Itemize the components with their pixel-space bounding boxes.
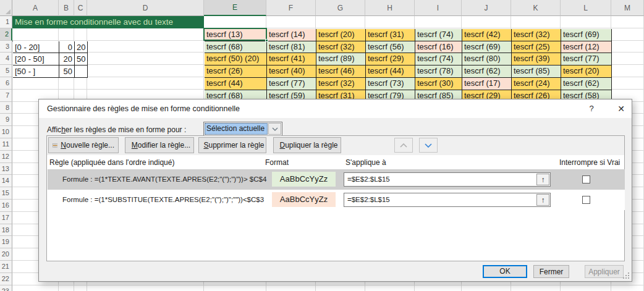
column-header-L[interactable]: L bbox=[561, 0, 611, 16]
cell-K5[interactable]: tescrf (85) bbox=[512, 65, 561, 78]
row-header-5[interactable]: 5 bbox=[0, 65, 12, 77]
applies-to-input[interactable]: =$E$2:$L$15↑ bbox=[344, 193, 551, 207]
fill-handle[interactable] bbox=[265, 39, 268, 42]
dialog-titlebar[interactable]: Gestionnaire des règles de mise en forme… bbox=[39, 99, 632, 118]
cell-C5[interactable] bbox=[75, 65, 88, 78]
row-header-17[interactable]: 17 bbox=[0, 212, 12, 224]
cell-H5[interactable]: tescrf (44) bbox=[366, 65, 415, 78]
cell-I5[interactable]: tescrf (78) bbox=[415, 65, 462, 78]
cell-L6[interactable]: tescrf (62) bbox=[561, 78, 612, 90]
row-header-15[interactable]: 15 bbox=[0, 187, 12, 200]
apply-button[interactable]: Appliquer bbox=[585, 265, 624, 278]
delete-rule-button[interactable]: Supprimer la règle bbox=[198, 137, 266, 153]
row-header-3[interactable]: 3 bbox=[0, 41, 12, 53]
column-header-H[interactable]: H bbox=[365, 0, 415, 16]
row-header-22[interactable]: 22 bbox=[0, 273, 12, 285]
cell-K6[interactable]: tescrf (24) bbox=[512, 78, 561, 90]
row-header-10[interactable]: 10 bbox=[0, 126, 12, 138]
applies-to-input[interactable]: =$E$2:$L$15↑ bbox=[344, 172, 551, 187]
close-icon[interactable]: ✕ bbox=[610, 99, 632, 118]
cell-F3[interactable]: tescrf (81) bbox=[267, 41, 316, 54]
cell-A5[interactable]: [50 - ] bbox=[13, 65, 59, 78]
column-header-G[interactable]: G bbox=[316, 0, 365, 16]
cell-F2[interactable]: tescrf (14) bbox=[267, 29, 316, 41]
row-header-13[interactable]: 13 bbox=[0, 163, 12, 175]
row-header-18[interactable]: 18 bbox=[0, 224, 12, 237]
column-header-C[interactable]: C bbox=[74, 0, 87, 16]
cell-F5[interactable]: tescrf (40) bbox=[267, 65, 316, 78]
row-header-12[interactable]: 12 bbox=[0, 151, 12, 163]
edit-rule-button[interactable]: Modifier la règle... bbox=[125, 137, 194, 153]
row-header-9[interactable]: 9 bbox=[0, 114, 12, 126]
rule-row-1[interactable]: Formule : =(1*TEXTE.AVANT(TEXTE.APRES(E2… bbox=[48, 169, 625, 190]
chevron-down-icon[interactable] bbox=[268, 123, 281, 135]
cell-J2[interactable]: tescrf (42) bbox=[462, 29, 512, 41]
column-header-M[interactable]: M bbox=[611, 0, 644, 16]
row-header-4[interactable]: 4 bbox=[0, 53, 12, 65]
column-header-K[interactable]: K bbox=[511, 0, 561, 16]
column-header-D[interactable]: D bbox=[87, 0, 204, 16]
close-button[interactable]: Fermer bbox=[533, 265, 569, 278]
cell-A4[interactable]: [20 - 50] bbox=[13, 53, 59, 65]
column-header-E[interactable]: E bbox=[204, 0, 266, 16]
range-picker-icon[interactable]: ↑ bbox=[536, 194, 549, 206]
cell-F4[interactable]: tescrf (41) bbox=[267, 53, 316, 65]
cell-F6[interactable]: tescrf (77) bbox=[267, 78, 316, 90]
resize-grip[interactable] bbox=[622, 272, 629, 279]
stop-if-true-checkbox[interactable] bbox=[582, 196, 590, 204]
row-header-14[interactable]: 14 bbox=[0, 175, 12, 187]
row-header-1[interactable]: 1 bbox=[0, 16, 12, 28]
cell-K3[interactable]: tescrf (25) bbox=[512, 41, 561, 54]
rule-row-2[interactable]: Formule : =(1*SUBSTITUE(TEXTE.APRES(E2;"… bbox=[48, 190, 625, 210]
help-icon[interactable]: ? bbox=[582, 99, 601, 118]
row-header-2[interactable]: 2 bbox=[0, 28, 12, 41]
row-header-11[interactable]: 11 bbox=[0, 138, 12, 151]
cell-E4[interactable]: tescrf (50) (20) bbox=[205, 53, 267, 65]
range-picker-icon[interactable]: ↑ bbox=[536, 174, 549, 185]
column-header-A[interactable]: A bbox=[12, 0, 59, 16]
column-header-I[interactable]: I bbox=[415, 0, 462, 16]
cell-K4[interactable]: tescrf (39) bbox=[512, 53, 561, 65]
column-header-J[interactable]: J bbox=[462, 0, 511, 16]
cell-L2[interactable]: tescrf (69) bbox=[561, 29, 612, 41]
cell-I6[interactable]: tescrf (30) bbox=[415, 78, 462, 90]
cell-H4[interactable]: tescrf (29) bbox=[366, 53, 415, 65]
cell-C3[interactable]: 20 bbox=[75, 41, 88, 54]
move-rule-up-button[interactable] bbox=[394, 138, 413, 153]
cell-J4[interactable]: tescrf (80) bbox=[462, 53, 512, 65]
cell-E5[interactable]: tescrf (26) bbox=[205, 65, 267, 78]
cell-I2[interactable]: tescrf (74) bbox=[415, 29, 462, 41]
active-cell-E2[interactable] bbox=[203, 28, 267, 41]
cell-K2[interactable]: tescrf (32) bbox=[512, 29, 561, 41]
row-header-7[interactable]: 7 bbox=[0, 90, 12, 102]
cell-B4[interactable]: 20 bbox=[59, 53, 75, 65]
row-header-20[interactable]: 20 bbox=[0, 248, 12, 261]
cell-H6[interactable]: tescrf (73) bbox=[366, 78, 415, 90]
row-header-19[interactable]: 19 bbox=[0, 236, 12, 248]
cell-I4[interactable]: tescrf (74) bbox=[415, 53, 462, 65]
cell-L5[interactable]: tescrf (20) bbox=[561, 65, 612, 78]
cell-G5[interactable]: tescrf (46) bbox=[316, 65, 366, 78]
select-all-corner[interactable] bbox=[0, 0, 12, 16]
cell-B5[interactable]: 50 bbox=[59, 65, 75, 78]
column-header-F[interactable]: F bbox=[266, 0, 316, 16]
row-header-21[interactable]: 21 bbox=[0, 261, 12, 273]
cell-B3[interactable]: 0 bbox=[59, 41, 75, 54]
row-header-16[interactable]: 16 bbox=[0, 200, 12, 212]
cell-H2[interactable]: tescrf (31) bbox=[366, 29, 415, 41]
stop-if-true-checkbox[interactable] bbox=[582, 175, 590, 183]
cell-J5[interactable]: tescrf (62) bbox=[462, 65, 512, 78]
ok-button[interactable]: OK bbox=[483, 265, 527, 278]
row-header-23[interactable]: 23 bbox=[0, 285, 12, 291]
cell-E6[interactable]: tescrf (44) bbox=[205, 78, 267, 90]
cell-A3[interactable]: [0 - 20] bbox=[13, 41, 59, 54]
column-header-B[interactable]: B bbox=[59, 0, 74, 16]
row-header-6[interactable]: 6 bbox=[0, 77, 12, 90]
cell-L3[interactable]: tescrf (12) bbox=[561, 41, 612, 54]
cell-E3[interactable]: tescrf (68) bbox=[205, 41, 267, 54]
cell-G6[interactable]: tescrf (32) bbox=[316, 78, 366, 90]
cell-C4[interactable]: 50 bbox=[75, 53, 88, 65]
scope-combobox[interactable]: Sélection actuelle bbox=[203, 122, 282, 136]
cell-L4[interactable]: tescrf (77) bbox=[561, 53, 612, 65]
cell-G4[interactable]: tescrf (89) bbox=[316, 53, 366, 65]
